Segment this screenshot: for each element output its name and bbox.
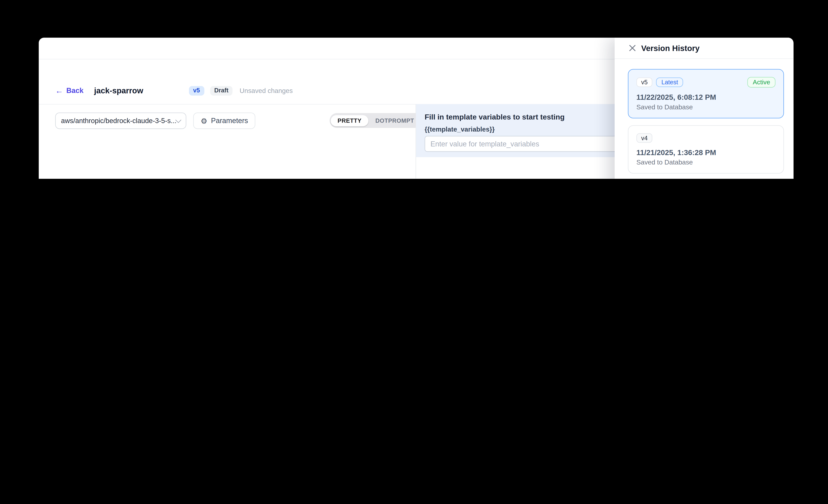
version-card-v4[interactable]: v4 11/21/2025, 1:36:28 PM Saved to Datab… (628, 125, 784, 174)
parameters-label: Parameters (211, 117, 248, 125)
drawer-title: Version History (641, 43, 700, 52)
unsaved-changes-label: Unsaved changes (240, 87, 293, 94)
version-storage: Saved to Database (636, 159, 776, 166)
page-title: jack-sparrow (94, 86, 143, 95)
model-selector-value: aws/anthropic/bedrock-claude-3-5-s... (61, 117, 176, 125)
version-list: v5 Latest Active 11/22/2025, 6:08:12 PM … (628, 69, 784, 179)
model-selector[interactable]: aws/anthropic/bedrock-claude-3-5-s... (55, 113, 186, 129)
version-timestamp: 11/22/2025, 6:08:12 PM (636, 93, 776, 101)
back-label: Back (67, 87, 84, 94)
version-badge: v5 (189, 86, 204, 95)
close-icon[interactable] (629, 45, 636, 51)
drawer-header: Version History (615, 38, 794, 59)
version-history-drawer: Version History v5 Latest Active 11/22/2… (615, 38, 794, 179)
back-button[interactable]: ← Back (55, 87, 83, 94)
version-tag: v4 (636, 133, 653, 143)
gear-icon: ⚙ (201, 117, 207, 124)
tab-dotprompt[interactable]: DOTPROMPT (368, 115, 421, 126)
version-timestamp: 11/21/2025, 1:36:28 PM (636, 148, 776, 157)
screenshot-stage: ← Back jack-sparrow v5 Draft Unsaved cha… (0, 0, 828, 179)
active-badge: Active (747, 77, 776, 87)
version-storage: Saved to Database (636, 103, 776, 111)
version-tag: v5 (636, 78, 653, 87)
version-card-v5[interactable]: v5 Latest Active 11/22/2025, 6:08:12 PM … (628, 69, 784, 118)
arrow-left-icon: ← (55, 87, 63, 94)
banner-title: Fill in template variables to start test… (424, 113, 565, 121)
template-variable-name: {{template_variables}} (424, 126, 495, 133)
draft-badge: Draft (210, 86, 233, 95)
chevron-down-icon (175, 117, 181, 123)
view-mode-toggle: PRETTY DOTPROMPT (330, 113, 422, 128)
latest-badge: Latest (656, 78, 684, 87)
app-window: ← Back jack-sparrow v5 Draft Unsaved cha… (39, 38, 794, 179)
parameters-button[interactable]: ⚙ Parameters (193, 113, 255, 129)
tab-pretty[interactable]: PRETTY (331, 115, 368, 126)
